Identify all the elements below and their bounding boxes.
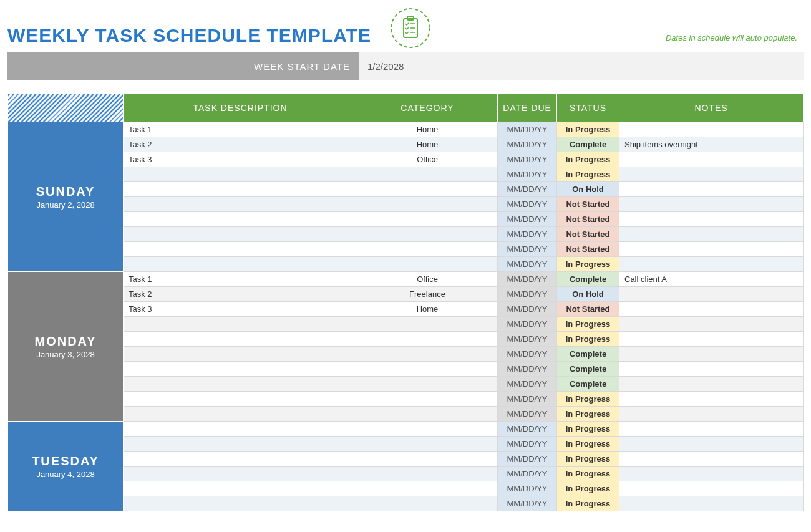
task-status-cell[interactable]: Complete (557, 347, 619, 362)
task-status-cell[interactable]: Not Started (557, 212, 619, 227)
task-status-cell[interactable]: In Progress (557, 122, 619, 137)
task-notes-cell[interactable] (619, 122, 804, 137)
task-notes-cell[interactable] (619, 437, 804, 452)
task-notes-cell[interactable] (619, 377, 804, 392)
task-status-cell[interactable]: Complete (557, 377, 619, 392)
task-desc-cell[interactable] (124, 452, 357, 467)
task-status-cell[interactable]: On Hold (557, 182, 619, 197)
task-desc-cell[interactable] (124, 257, 357, 272)
task-notes-cell[interactable] (619, 422, 804, 437)
task-notes-cell[interactable] (619, 452, 804, 467)
task-category-cell[interactable] (357, 422, 498, 437)
task-date-cell[interactable]: MM/DD/YY (498, 212, 557, 227)
task-desc-cell[interactable] (124, 227, 357, 242)
task-category-cell[interactable] (357, 407, 498, 422)
task-status-cell[interactable]: In Progress (557, 481, 619, 496)
task-notes-cell[interactable] (619, 317, 804, 332)
task-category-cell[interactable] (357, 242, 498, 257)
task-notes-cell[interactable] (619, 302, 804, 317)
task-desc-cell[interactable] (124, 362, 357, 377)
task-date-cell[interactable]: MM/DD/YY (498, 197, 557, 212)
task-date-cell[interactable]: MM/DD/YY (498, 137, 557, 152)
task-status-cell[interactable]: Not Started (557, 242, 619, 257)
task-category-cell[interactable]: Home (357, 122, 498, 137)
task-category-cell[interactable] (357, 452, 498, 467)
task-notes-cell[interactable] (619, 347, 804, 362)
task-category-cell[interactable] (357, 496, 498, 511)
task-date-cell[interactable]: MM/DD/YY (498, 452, 557, 467)
task-notes-cell[interactable] (619, 481, 804, 496)
task-date-cell[interactable]: MM/DD/YY (498, 227, 557, 242)
task-desc-cell[interactable] (124, 481, 357, 496)
task-notes-cell[interactable] (619, 496, 804, 511)
task-category-cell[interactable] (357, 437, 498, 452)
task-category-cell[interactable] (357, 227, 498, 242)
task-date-cell[interactable]: MM/DD/YY (498, 496, 557, 511)
task-status-cell[interactable]: On Hold (557, 287, 619, 302)
task-notes-cell[interactable] (619, 182, 804, 197)
task-category-cell[interactable]: Office (357, 152, 498, 167)
task-category-cell[interactable] (357, 197, 498, 212)
task-category-cell[interactable]: Freelance (357, 287, 498, 302)
task-desc-cell[interactable] (124, 197, 357, 212)
task-desc-cell[interactable] (124, 317, 357, 332)
task-desc-cell[interactable]: Task 3 (124, 302, 357, 317)
task-date-cell[interactable]: MM/DD/YY (498, 392, 557, 407)
task-status-cell[interactable]: Complete (557, 137, 619, 152)
task-notes-cell[interactable] (619, 332, 804, 347)
task-notes-cell[interactable] (619, 467, 804, 481)
task-status-cell[interactable]: In Progress (557, 257, 619, 272)
task-desc-cell[interactable] (124, 332, 357, 347)
task-notes-cell[interactable]: Ship items overnight (619, 137, 804, 152)
task-category-cell[interactable] (357, 467, 498, 481)
task-date-cell[interactable]: MM/DD/YY (498, 347, 557, 362)
task-date-cell[interactable]: MM/DD/YY (498, 167, 557, 182)
task-notes-cell[interactable] (619, 392, 804, 407)
task-status-cell[interactable]: In Progress (557, 332, 619, 347)
task-status-cell[interactable]: In Progress (557, 317, 619, 332)
task-category-cell[interactable]: Office (357, 272, 498, 287)
task-category-cell[interactable] (357, 481, 498, 496)
task-date-cell[interactable]: MM/DD/YY (498, 467, 557, 481)
task-desc-cell[interactable] (124, 392, 357, 407)
task-category-cell[interactable] (357, 377, 498, 392)
task-status-cell[interactable]: In Progress (557, 467, 619, 481)
task-status-cell[interactable]: Not Started (557, 197, 619, 212)
task-date-cell[interactable]: MM/DD/YY (498, 302, 557, 317)
task-status-cell[interactable]: In Progress (557, 452, 619, 467)
task-date-cell[interactable]: MM/DD/YY (498, 362, 557, 377)
week-start-input[interactable]: 1/2/2028 (359, 52, 804, 80)
task-category-cell[interactable]: Home (357, 302, 498, 317)
task-status-cell[interactable]: In Progress (557, 437, 619, 452)
task-notes-cell[interactable] (619, 212, 804, 227)
task-date-cell[interactable]: MM/DD/YY (498, 407, 557, 422)
task-notes-cell[interactable] (619, 287, 804, 302)
task-desc-cell[interactable] (124, 377, 357, 392)
task-status-cell[interactable]: In Progress (557, 496, 619, 511)
task-notes-cell[interactable] (619, 152, 804, 167)
task-status-cell[interactable]: Not Started (557, 227, 619, 242)
task-category-cell[interactable] (357, 392, 498, 407)
task-category-cell[interactable] (357, 167, 498, 182)
task-desc-cell[interactable]: Task 1 (124, 122, 357, 137)
task-date-cell[interactable]: MM/DD/YY (498, 481, 557, 496)
task-category-cell[interactable] (357, 257, 498, 272)
task-desc-cell[interactable] (124, 347, 357, 362)
task-category-cell[interactable] (357, 317, 498, 332)
task-date-cell[interactable]: MM/DD/YY (498, 332, 557, 347)
task-desc-cell[interactable] (124, 242, 357, 257)
task-category-cell[interactable] (357, 347, 498, 362)
task-category-cell[interactable] (357, 362, 498, 377)
task-status-cell[interactable]: Complete (557, 362, 619, 377)
task-status-cell[interactable]: In Progress (557, 152, 619, 167)
task-date-cell[interactable]: MM/DD/YY (498, 377, 557, 392)
task-date-cell[interactable]: MM/DD/YY (498, 122, 557, 137)
task-notes-cell[interactable] (619, 167, 804, 182)
task-notes-cell[interactable]: Call client A (619, 272, 804, 287)
task-desc-cell[interactable]: Task 3 (124, 152, 357, 167)
task-date-cell[interactable]: MM/DD/YY (498, 242, 557, 257)
task-desc-cell[interactable] (124, 167, 357, 182)
task-notes-cell[interactable] (619, 362, 804, 377)
task-date-cell[interactable]: MM/DD/YY (498, 437, 557, 452)
task-date-cell[interactable]: MM/DD/YY (498, 422, 557, 437)
